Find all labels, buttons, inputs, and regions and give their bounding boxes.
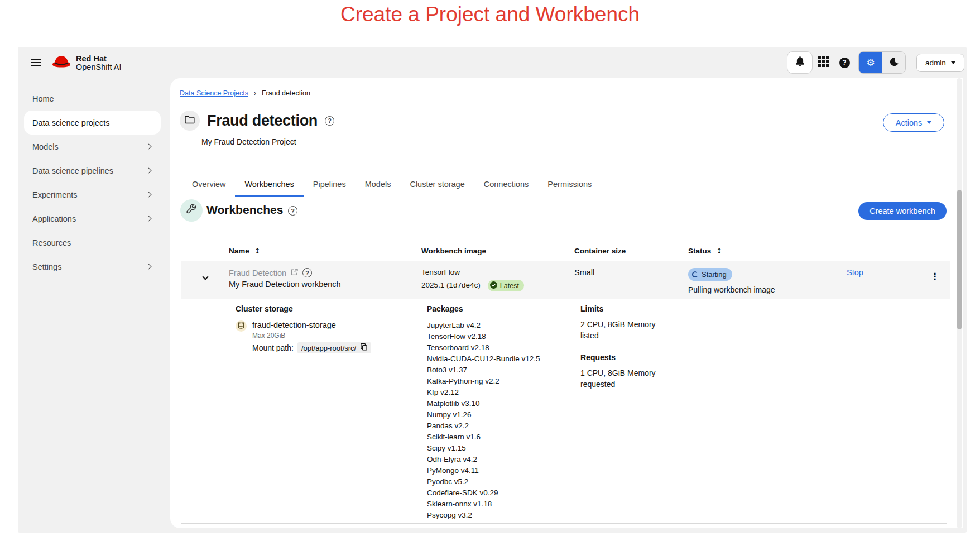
- copy-button[interactable]: [361, 343, 367, 352]
- limits-text: 2 CPU, 8GiB Memory listed: [580, 319, 671, 341]
- sidebar-item-home[interactable]: Home: [24, 87, 161, 111]
- package-item: PyMongo v4.11: [427, 465, 594, 476]
- chevron-down-icon: [202, 274, 208, 280]
- actions-button[interactable]: Actions: [883, 113, 944, 132]
- sidebar-item-label: Data science projects: [32, 118, 110, 127]
- tab-workbenches[interactable]: Workbenches: [235, 173, 303, 197]
- sidebar-item-applications[interactable]: Applications: [24, 207, 161, 231]
- settings-gear-button[interactable]: ⚙: [859, 52, 882, 73]
- package-item: JupyterLab v4.2: [427, 320, 594, 331]
- image-name: TensorFlow: [421, 268, 574, 276]
- copy-icon: [361, 343, 367, 352]
- tab-overview[interactable]: Overview: [182, 173, 235, 197]
- package-item-clipped: MySQL Connector/Python v9.2: [427, 521, 594, 524]
- sidebar-item-models[interactable]: Models: [24, 135, 161, 159]
- help-menu-button[interactable]: ?: [838, 56, 851, 69]
- column-label: Status: [688, 247, 711, 255]
- package-item: Boto3 v1.37: [427, 365, 594, 376]
- user-menu-label: admin: [925, 59, 946, 67]
- status-detail[interactable]: Pulling workbench image: [688, 285, 775, 295]
- chevron-right-icon: [146, 192, 152, 198]
- project-help-icon[interactable]: ?: [325, 116, 334, 126]
- sidebar-item-resources[interactable]: Resources: [24, 231, 161, 255]
- mount-path-value: /opt/app-root/src/: [301, 344, 356, 352]
- app-launcher-grid-icon: [818, 56, 829, 69]
- storage-item-body: fraud-detection-storage Max 20GiB Mount …: [252, 320, 371, 353]
- brand-text: Red Hat OpenShift AI: [76, 55, 121, 71]
- row-kebab-cell: ⋮: [928, 261, 950, 299]
- package-item: Scikit-learn v1.6: [427, 432, 594, 443]
- tab-pipelines[interactable]: Pipelines: [304, 173, 356, 197]
- user-menu-button[interactable]: admin: [916, 54, 964, 72]
- status-badge[interactable]: Starting: [688, 268, 732, 281]
- sidebar-item-settings[interactable]: Settings: [24, 255, 161, 279]
- image-version[interactable]: 2025.1 (1d7de4c): [421, 281, 481, 290]
- chevron-right-icon: [146, 168, 152, 174]
- column-label: Workbench image: [421, 247, 486, 255]
- tab-cluster-storage[interactable]: Cluster storage: [400, 173, 474, 197]
- limits-heading: Limits: [580, 304, 681, 313]
- sidebar-item-label: Applications: [32, 214, 76, 223]
- chevron-right-icon: [146, 264, 152, 270]
- sidebar-item-data-science-pipelines[interactable]: Data science pipelines: [24, 159, 161, 183]
- requests-heading: Requests: [580, 353, 681, 362]
- package-item: Sklearn-onnx v1.18: [427, 499, 594, 510]
- mount-path-label: Mount path:: [252, 343, 294, 352]
- tab-connections[interactable]: Connections: [474, 173, 539, 197]
- create-workbench-button[interactable]: Create workbench: [858, 202, 947, 220]
- chevron-right-icon: [146, 216, 152, 222]
- package-item: Tensorboard v2.18: [427, 342, 594, 353]
- kebab-menu-button[interactable]: ⋮: [928, 268, 942, 285]
- storage-icon-circle: [236, 320, 247, 332]
- notifications-button[interactable]: [787, 51, 813, 74]
- sidebar-item-data-science-projects[interactable]: Data science projects: [24, 111, 161, 135]
- package-item: Pyodbc v5.2: [427, 476, 594, 487]
- openshift-ai-console: Red Hat OpenShift AI: [18, 47, 967, 533]
- database-icon: [238, 321, 244, 331]
- package-item: Scipy v1.15: [427, 443, 594, 454]
- workbench-help-icon[interactable]: ?: [302, 268, 312, 277]
- workbench-name-link[interactable]: Fraud Detection: [229, 269, 286, 277]
- breadcrumb-link-projects[interactable]: Data Science Projects: [180, 89, 248, 97]
- spinner-icon: [692, 271, 698, 277]
- vertical-scrollbar[interactable]: [957, 78, 962, 528]
- screenshot-root: Create a Project and Workbench Red Hat O…: [0, 0, 980, 536]
- lesson-title: Create a Project and Workbench: [0, 3, 980, 26]
- wrench-icon: [186, 204, 197, 217]
- cluster-storage-section: Cluster storage: [236, 299, 414, 353]
- stop-link[interactable]: Stop: [847, 268, 863, 277]
- packages-list: JupyterLab v4.2 TensorFlow v2.18 Tensorb…: [427, 320, 594, 524]
- row-image-cell: TensorFlow 2025.1 (1d7de4c): [421, 261, 574, 299]
- table-header-row: Name ↕ Workbench image Container size St…: [181, 240, 950, 261]
- masthead: Red Hat OpenShift AI: [18, 47, 967, 78]
- app-launcher-button[interactable]: [817, 57, 829, 68]
- tab-label: Workbenches: [244, 180, 294, 189]
- chevron-right-icon: [146, 144, 152, 150]
- workbenches-icon-circle: [180, 199, 203, 222]
- sort-icon: ↕: [254, 247, 261, 255]
- package-item: Pandas v2.2: [427, 420, 594, 432]
- cluster-storage-heading: Cluster storage: [236, 304, 414, 313]
- tab-permissions[interactable]: Permissions: [538, 173, 601, 197]
- column-header-name[interactable]: Name ↕: [229, 247, 421, 255]
- column-header-workbench-image: Workbench image: [421, 247, 574, 255]
- workbenches-help-icon[interactable]: ?: [288, 206, 297, 216]
- column-header-status[interactable]: Status ↕: [688, 247, 847, 255]
- sidebar-item-label: Home: [32, 94, 54, 103]
- container-size-value: Small: [574, 268, 594, 277]
- sidebar-item-experiments[interactable]: Experiments: [24, 183, 161, 207]
- bell-icon: [795, 56, 805, 69]
- tab-models[interactable]: Models: [356, 173, 401, 197]
- row-expand-toggle[interactable]: [198, 270, 213, 286]
- tab-label: Permissions: [547, 180, 592, 189]
- project-tabs: Overview Workbenches Pipelines Models Cl…: [170, 173, 963, 197]
- workbench-description: My Fraud Detection workbench: [229, 280, 421, 289]
- scrollbar-thumb[interactable]: [957, 190, 962, 329]
- row-expand-cell: [181, 261, 229, 299]
- tab-label: Cluster storage: [410, 180, 464, 189]
- content-panel: Data Science Projects › Fraud detection …: [170, 78, 963, 528]
- sidebar-item-label: Experiments: [32, 190, 78, 199]
- dark-mode-button[interactable]: [882, 52, 905, 73]
- mount-path-chip: /opt/app-root/src/: [297, 342, 371, 353]
- nav-toggle-button[interactable]: [27, 55, 46, 70]
